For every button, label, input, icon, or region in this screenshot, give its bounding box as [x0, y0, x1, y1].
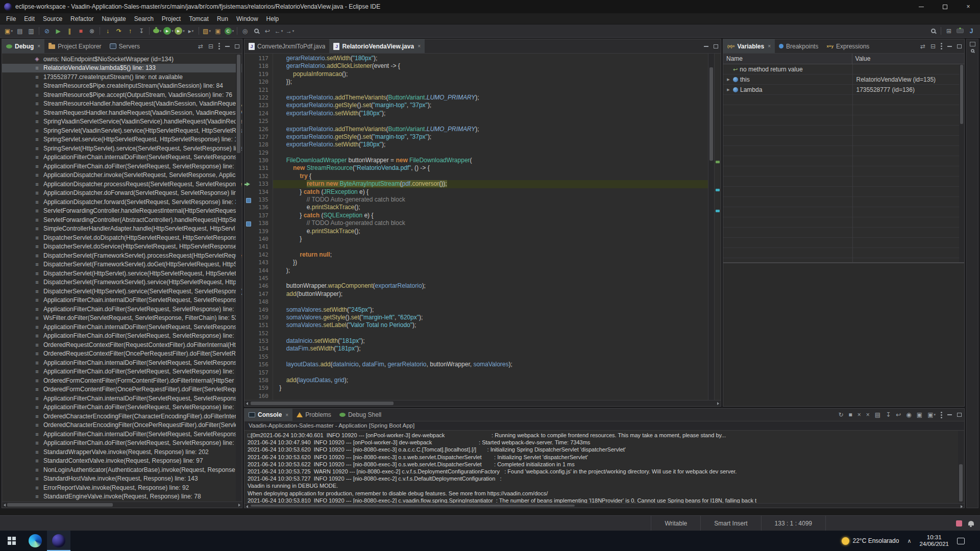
- ruler-mark[interactable]: [716, 210, 720, 212]
- line-number[interactable]: 128: [252, 141, 273, 148]
- toolbar-step-over-icon[interactable]: ↷: [113, 26, 125, 37]
- clear-console-icon[interactable]: ▤: [875, 411, 880, 418]
- hscrollbar-thumb[interactable]: [251, 402, 394, 405]
- variables-row[interactable]: ▶thisRelatorioVendaView (id=135): [723, 74, 964, 85]
- stack-frame[interactable]: ≡DispatcherServlet(HttpServlet).service(…: [2, 287, 242, 296]
- minimize-view-icon[interactable]: [947, 414, 952, 415]
- line-number[interactable]: 135: [252, 196, 273, 204]
- stack-frame[interactable]: ≡DispatcherServlet(FrameworkServlet).doG…: [2, 260, 242, 269]
- toolbar-drop-to-frame-icon[interactable]: ↧: [136, 26, 147, 37]
- code-line[interactable]: 132 try {: [244, 172, 708, 180]
- code-line[interactable]: 149 somaValores.setWidth("245px");: [244, 306, 708, 314]
- code-line[interactable]: 130 FileDownloadWrapper buttonWrapper = …: [244, 157, 708, 164]
- toolbar-step-return-icon[interactable]: ↑: [125, 26, 136, 37]
- progress-indicator-icon[interactable]: [956, 520, 962, 527]
- stack-frame[interactable]: ≡ApplicationFilterChain.internalDoFilter…: [2, 153, 242, 162]
- line-number[interactable]: 146: [252, 282, 273, 290]
- stack-frame[interactable]: ≡OrderedFormContentFilter(OncePerRequest…: [2, 385, 242, 394]
- action-center-icon[interactable]: [957, 538, 965, 544]
- line-number[interactable]: 149: [252, 306, 273, 314]
- code-line[interactable]: 136 e.printStackTrace();: [244, 204, 708, 211]
- minimize-view-icon[interactable]: [225, 46, 230, 47]
- menu-run[interactable]: Run: [213, 14, 232, 24]
- code-line[interactable]: 138 // TODO Auto-generated catch block: [244, 219, 708, 227]
- stack-frame[interactable]: ≡StreamResource$Pipe.createInputStream(V…: [2, 82, 242, 91]
- line-number[interactable]: 122: [252, 94, 273, 102]
- task-marker-icon[interactable]: [244, 219, 252, 227]
- stack-frame[interactable]: ≡ApplicationFilterChain.doFilter(Servlet…: [2, 162, 242, 171]
- remove-all-launches-icon[interactable]: ×: [866, 411, 870, 418]
- menu-source[interactable]: Source: [39, 14, 66, 24]
- line-number[interactable]: 153: [252, 337, 273, 345]
- close-window-button[interactable]: ×: [957, 0, 980, 13]
- toolbar-new-package-icon[interactable]: ▣: [212, 26, 224, 37]
- line-number[interactable]: 137: [252, 212, 273, 219]
- instruction-pointer-icon[interactable]: [244, 180, 252, 188]
- toolbar-forward-icon[interactable]: →▾: [284, 26, 296, 37]
- line-number[interactable]: 129: [252, 149, 273, 157]
- toolbar-coverage-icon[interactable]: ▶▾: [174, 26, 185, 37]
- stack-frame[interactable]: ≡OrderedRequestContextFilter(RequestCont…: [2, 340, 242, 349]
- stack-frame[interactable]: ≡ApplicationDispatcher.invoke(ServletReq…: [2, 171, 242, 180]
- vscrollbar-thumb[interactable]: [237, 55, 240, 153]
- stack-frame[interactable]: ≡StandardContextValve.invoke(Request, Re…: [2, 457, 242, 466]
- stack-frame[interactable]: ≡ApplicationFilterChain.internalDoFilter…: [2, 430, 242, 439]
- line-number[interactable]: 154: [252, 345, 273, 353]
- menu-window[interactable]: Window: [232, 14, 262, 24]
- line-number[interactable]: 155: [252, 353, 273, 361]
- stack-frame[interactable]: ≡SimpleControllerHandlerAdapter.handle(H…: [2, 224, 242, 234]
- code-line[interactable]: 117 gerarRelatorio.setWidth("180px");: [244, 55, 708, 62]
- code-line[interactable]: 143 }): [244, 259, 708, 266]
- stack-frame[interactable]: ≡StreamResourceHandler.handleRequest(Vaa…: [2, 99, 242, 109]
- toolbar-search-icon[interactable]: [927, 26, 939, 37]
- maximize-view-icon[interactable]: [235, 44, 239, 48]
- line-number[interactable]: 147: [252, 290, 273, 298]
- stack-frame[interactable]: ≡OrderedRequestContextFilter(OncePerRequ…: [2, 349, 242, 359]
- taskbar-clock[interactable]: 10:31 24/06/2021: [919, 534, 949, 547]
- tab-breakpoints[interactable]: Breakpoints: [775, 39, 822, 53]
- code-line[interactable]: 153 dataInicio.setWidth("181px");: [244, 337, 708, 345]
- menu-edit[interactable]: Edit: [20, 14, 39, 24]
- toolbar-terminate-icon[interactable]: ■: [75, 26, 86, 37]
- line-number[interactable]: 141: [252, 243, 273, 251]
- debug-panel-hscrollbar[interactable]: [2, 502, 242, 508]
- menu-help[interactable]: Help: [262, 14, 283, 24]
- close-tab-icon[interactable]: ×: [418, 43, 421, 49]
- line-number[interactable]: 124: [252, 110, 273, 117]
- menu-navigate[interactable]: Navigate: [97, 14, 130, 24]
- code-line[interactable]: 133 return new ByteArrayInputStream(pdf.…: [244, 180, 708, 188]
- line-number[interactable]: 144: [252, 267, 273, 274]
- line-number[interactable]: 143: [252, 259, 273, 266]
- toolbar-step-into-icon[interactable]: ↓: [102, 26, 113, 37]
- vscrollbar-thumb[interactable]: [959, 464, 963, 502]
- line-number[interactable]: 160: [252, 392, 273, 400]
- minimize-view-icon[interactable]: [947, 46, 952, 47]
- code-line[interactable]: 147 add(buttonWrapper);: [244, 290, 708, 298]
- code-editor[interactable]: 117 gerarRelatorio.setWidth("180px");118…: [244, 54, 708, 400]
- editor-hscrollbar[interactable]: [244, 400, 721, 406]
- variables-row[interactable]: ↩no method return value: [723, 64, 964, 74]
- collapse-all-icon[interactable]: ⊟: [930, 43, 936, 50]
- line-number[interactable]: 127: [252, 133, 273, 141]
- code-line[interactable]: 124 exportarRelatorio.setWidth("180px");: [244, 110, 708, 117]
- variables-vscrollbar[interactable]: [959, 64, 964, 262]
- line-number[interactable]: 139: [252, 228, 273, 235]
- variables-tree[interactable]: ↩no method return value▶thisRelatorioVen…: [723, 64, 964, 262]
- maximize-view-icon[interactable]: [714, 44, 718, 48]
- stack-frame[interactable]: ≡ApplicationDispatcher.processRequest(Se…: [2, 180, 242, 189]
- line-number[interactable]: 156: [252, 361, 273, 368]
- restart-console-icon[interactable]: ↻: [839, 411, 844, 418]
- variables-detail-pane[interactable]: [723, 263, 964, 406]
- code-line[interactable]: 160: [244, 392, 708, 400]
- stack-frame[interactable]: ≡NonLoginAuthenticator(AuthenticatorBase…: [2, 465, 242, 474]
- stack-frame[interactable]: ≡ApplicationFilterChain.doFilter(Servlet…: [2, 439, 242, 448]
- stack-frame[interactable]: ≡OrderedCharacterEncodingFilter(Characte…: [2, 412, 242, 421]
- code-line[interactable]: 120 });: [244, 78, 708, 86]
- debug-stack-list[interactable]: ◈owns: NioEndpoint$NioSocketWrapper (id=…: [2, 54, 242, 502]
- line-number[interactable]: 131: [252, 164, 273, 172]
- toolbar-suspend-icon[interactable]: ∥: [64, 26, 75, 37]
- stack-frame[interactable]: ≡ApplicationFilterChain.internalDoFilter…: [2, 394, 242, 403]
- code-line[interactable]: 155: [244, 353, 708, 361]
- task-marker-icon[interactable]: [244, 196, 252, 204]
- collapse-all-icon[interactable]: ⊟: [208, 43, 213, 50]
